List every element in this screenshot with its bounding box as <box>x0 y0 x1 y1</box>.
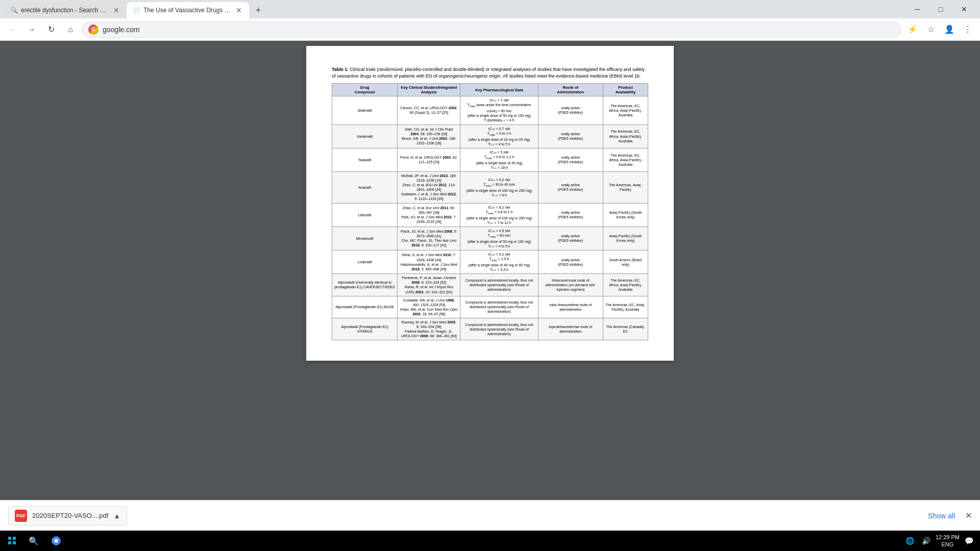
home-button[interactable]: ⌂ <box>62 21 79 38</box>
pharma-data: IC₅₀ = 7 nMTmax (area under the time-con… <box>460 96 538 124</box>
extensions-icon[interactable]: ⚡ <box>904 21 921 38</box>
studies-text: Rooney, M; et al. J Sex Med 2009, 6: 520… <box>398 318 460 340</box>
system-tray: 🌐 🔊 12:29 PM ENG 💬 <box>903 534 976 548</box>
route-data: Intracavernosal route of administration … <box>538 274 603 296</box>
clinical-trials-table: DrugCompound Key Clinical Studies/Integr… <box>332 83 648 340</box>
availability-data: The Americas, EC, Africa, Asia(-Pacific)… <box>603 274 648 296</box>
bookmark-icon[interactable]: ☆ <box>923 21 939 38</box>
drug-name: Lodenafil <box>332 251 398 274</box>
table-row: Udenafil Zhao, C; et al. Eur Urol 2011, … <box>332 203 648 227</box>
drug-name: Tadalafil <box>332 148 398 171</box>
studies-text: Paick, JS; et al. J Sex Med 2008, 5: 267… <box>398 227 460 250</box>
table-row: Vardenafil Stief, CG; et al. Int J Clin … <box>332 124 648 148</box>
menu-icon[interactable]: ⋮ <box>960 21 976 38</box>
availability-data: The Americas (Canada), EC <box>603 318 648 340</box>
google-favicon: G <box>88 24 99 35</box>
tab-bar: 🔍 erectile dysfunction - Search Res... ✕… <box>4 0 905 18</box>
studies-text: Porst, H; et al. UROLOGY 2003, 62: 121–1… <box>398 148 460 171</box>
table-row: Lodenafil Glina, S; et al. J Sex Med 201… <box>332 251 648 274</box>
volume-icon[interactable]: 🔊 <box>919 534 934 548</box>
content-area: Table 1. Clinical trials (randomized, pl… <box>0 41 980 551</box>
route-data: orally active(PDE5 inhibitor) <box>538 171 603 203</box>
pharma-data: Compound is administered locally, thus n… <box>460 274 538 296</box>
availability-data: The Americas, EC, Africa, Asia(-Pacific)… <box>603 148 648 171</box>
table-caption: Table 1. Clinical trials (randomized, pl… <box>332 66 648 79</box>
download-filename: 2020SEPT20-VASO....pdf <box>32 512 108 519</box>
close-button[interactable]: ✕ <box>952 0 976 18</box>
availability-data: Asia(-Pacific) (South Korea only) <box>603 227 648 250</box>
table-row: Sildenafil Carson, CC; et al. UROLOGY 20… <box>332 96 648 124</box>
pharma-data: IC₅₀ = 5.2 nMTmax = 30 to 40 min(after a… <box>460 171 538 203</box>
tab1-close[interactable]: ✕ <box>112 5 120 15</box>
maximize-button[interactable]: □ <box>929 0 952 18</box>
pharma-data: IC₅₀ = 0.7 nMTmax = 0 to 1 h(after a sin… <box>460 124 538 148</box>
pharma-data: IC₅₀ = 0.2 nMTmax = 1.5 h(after a single… <box>460 251 538 274</box>
navigation-toolbar: ← → ↻ ⌂ G google.com ⚡ ☆ 👤 ⋮ <box>0 18 980 41</box>
download-expand-icon[interactable]: ▲ <box>113 512 120 520</box>
drug-name: Udenafil <box>332 203 398 227</box>
studies-text: Stief, CG; et al. Int J Clin Pract 2004,… <box>398 124 460 148</box>
tab1-title: erectile dysfunction - Search Res... <box>21 7 109 14</box>
route-data: orally active(PDE5 inhibitor) <box>538 96 603 124</box>
table-row: Alprostadil (chemically identical to pro… <box>332 274 648 296</box>
availability-data: South Americ (Brazil only) <box>603 251 648 274</box>
studies-text: Carson, CC; et al. UROLOGY 2002, 60 (Sup… <box>398 96 460 124</box>
start-button[interactable] <box>4 533 20 549</box>
col-availability: ProductAvailability <box>603 84 648 96</box>
tab1-favicon: 🔍 <box>10 7 18 14</box>
svg-point-1 <box>55 539 58 543</box>
col-drug: DrugCompound <box>332 84 398 96</box>
download-item[interactable]: PDF 2020SEPT20-VASO....pdf ▲ <box>8 506 127 525</box>
close-download-bar-button[interactable]: ✕ <box>965 511 972 520</box>
title-bar: 🔍 erectile dysfunction - Search Res... ✕… <box>0 0 980 18</box>
availability-data: Asia(-Pacific) (South Korea only) <box>603 203 648 227</box>
studies-text: Costabile, RA; et al. J Urol 1998, 160: … <box>398 296 460 318</box>
address-text: google.com <box>103 26 895 34</box>
notification-center-icon[interactable]: 💬 <box>962 534 976 548</box>
table-row: Tadalafil Porst, H; et al. UROLOGY 2003,… <box>332 148 648 171</box>
route-data: orally active(PDE5 inhibitor) <box>538 148 603 171</box>
address-bar[interactable]: G google.com <box>82 21 901 38</box>
studies-text: Glina, S; et al. J Sex Med 2010, 7: 1928… <box>398 251 460 274</box>
clock[interactable]: 12:29 PM ENG <box>936 534 960 548</box>
drug-name: Sildenafil <box>332 96 398 124</box>
download-bar: PDF 2020SEPT20-VASO....pdf ▲ Show all ✕ <box>0 500 980 531</box>
table-row: Avanafil Mulhall, JP; et al. J Urol 2013… <box>332 171 648 203</box>
toolbar-icons: ⚡ ☆ 👤 ⋮ <box>904 21 976 38</box>
browser-frame: 🔍 erectile dysfunction - Search Res... ✕… <box>0 0 980 551</box>
taskbar-search-button[interactable]: 🔍 <box>24 532 43 550</box>
drug-name: Vardenafil <box>332 124 398 148</box>
pharma-data: Compound is administered locally, thus n… <box>460 318 538 340</box>
pharma-data: IC₅₀ = 8.2 nMTmax = 0.8 to 1 h(after a s… <box>460 203 538 227</box>
availability-data: The Americas, EC, Asia(-Pacific), Austra… <box>603 296 648 318</box>
pdf-viewer[interactable]: Table 1. Clinical trials (randomized, pl… <box>92 41 888 551</box>
col-route: Route ofAdministration <box>538 84 603 96</box>
show-all-button[interactable]: Show all <box>928 512 955 520</box>
tab-1[interactable]: 🔍 erectile dysfunction - Search Res... ✕ <box>4 2 127 18</box>
pdf-icon: PDF <box>15 510 27 522</box>
profile-icon[interactable]: 👤 <box>941 21 958 38</box>
studies-text: Mulhall, JP; et al. J Urol 2013, 189: 22… <box>398 171 460 203</box>
network-icon[interactable]: 🌐 <box>903 534 917 548</box>
back-button[interactable]: ← <box>4 21 20 38</box>
windows-logo <box>8 537 16 545</box>
route-data: orally active(PDE5 inhibitor) <box>538 227 603 250</box>
tab-2[interactable]: 📄 The Use of Vasoactive Drugs in t... ✕ <box>127 2 249 18</box>
reload-button[interactable]: ↻ <box>43 21 59 38</box>
pdf-page: Table 1. Clinical trials (randomized, pl… <box>306 46 674 361</box>
new-tab-button[interactable]: + <box>249 2 267 18</box>
drug-name: Avanafil <box>332 171 398 203</box>
col-pharma: Key Pharmacological Data <box>460 84 538 96</box>
table-row: Alprostadil (Prostaglandin E1) MUSE Cost… <box>332 296 648 318</box>
time-display: 12:29 PM <box>936 534 960 541</box>
taskbar: 🔍 🌐 🔊 12:29 PM ENG 💬 <box>0 531 980 551</box>
forward-button[interactable]: → <box>23 21 40 38</box>
minimize-button[interactable]: ─ <box>905 0 929 18</box>
route-data: topical/transdermal route of administrat… <box>538 318 603 340</box>
route-data: intra-/transurethral route of administra… <box>538 296 603 318</box>
availability-data: The Americas, EC, Africa, Asia(-Pacific)… <box>603 124 648 148</box>
studies-text: Zhao, C; et al. Eur Urol 2011, 60: 380–3… <box>398 203 460 227</box>
taskbar-chrome-button[interactable] <box>47 532 65 550</box>
tab2-favicon: 📄 <box>133 7 140 14</box>
tab2-close[interactable]: ✕ <box>235 5 243 15</box>
